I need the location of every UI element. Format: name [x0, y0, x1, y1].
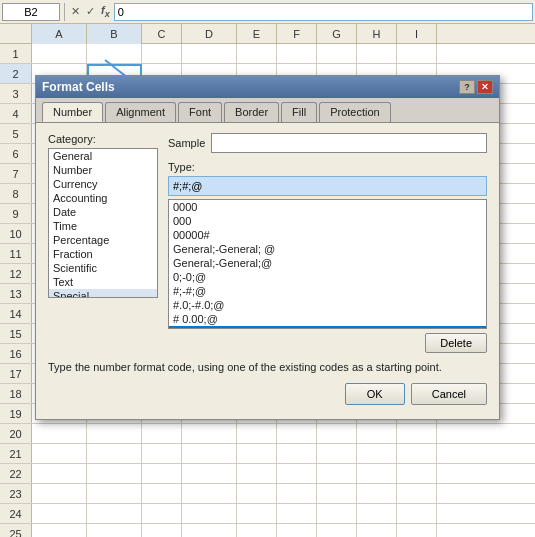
type-item[interactable]: General;-General;@	[169, 256, 486, 270]
cell-b1[interactable]	[87, 44, 142, 63]
row-num-3: 3	[0, 84, 32, 103]
col-header-f[interactable]: F	[277, 24, 317, 44]
row-num-6: 6	[0, 144, 32, 163]
type-label: Type:	[168, 161, 487, 173]
col-header-a[interactable]: A	[32, 24, 87, 44]
row-num-8: 8	[0, 184, 32, 203]
ok-button[interactable]: OK	[345, 383, 405, 405]
type-item[interactable]: # 0.00;@	[169, 312, 486, 326]
row-num-19: 19	[0, 404, 32, 423]
formula-input[interactable]	[114, 3, 533, 21]
formula-divider	[64, 3, 65, 21]
cancel-icon[interactable]: ✕	[69, 5, 82, 18]
dialog-title-buttons: ? ✕	[459, 80, 493, 94]
tab-protection[interactable]: Protection	[319, 102, 391, 122]
formula-bar: ✕ ✓ fx	[0, 0, 535, 24]
delete-button[interactable]: Delete	[425, 333, 487, 353]
confirm-icon[interactable]: ✓	[84, 5, 97, 18]
cat-item-time[interactable]: Time	[49, 219, 157, 233]
close-button[interactable]: ✕	[477, 80, 493, 94]
row-num-16: 16	[0, 344, 32, 363]
dialog-content: Category: General Number Currency Accoun…	[36, 123, 499, 419]
table-row: 20	[0, 424, 535, 444]
type-item[interactable]: 0000	[169, 200, 486, 214]
col-header-b[interactable]: B	[87, 24, 142, 44]
formula-icons: ✕ ✓ fx	[69, 4, 112, 19]
type-item[interactable]: 0;-0;@	[169, 270, 486, 284]
cat-item-fraction[interactable]: Fraction	[49, 247, 157, 261]
row-num-23: 23	[0, 484, 32, 503]
table-row: 23	[0, 484, 535, 504]
cat-item-special[interactable]: Special	[49, 289, 157, 298]
cell-d1[interactable]	[182, 44, 237, 63]
type-list[interactable]: 0000 000 00000# General;-General; @ Gene…	[168, 199, 487, 329]
row-num-18: 18	[0, 384, 32, 403]
cat-item-date[interactable]: Date	[49, 205, 157, 219]
type-input[interactable]	[168, 176, 487, 196]
dialog-title: Format Cells	[42, 80, 115, 94]
cell-e1[interactable]	[237, 44, 277, 63]
table-row: 21	[0, 444, 535, 464]
tab-fill[interactable]: Fill	[281, 102, 317, 122]
row-num-24: 24	[0, 504, 32, 523]
cell-i1[interactable]	[397, 44, 437, 63]
cat-item-accounting[interactable]: Accounting	[49, 191, 157, 205]
col-headers: A B C D E F G H I	[0, 24, 535, 44]
row-num-15: 15	[0, 324, 32, 343]
type-item[interactable]: 00000#	[169, 228, 486, 242]
col-header-h[interactable]: H	[357, 24, 397, 44]
cell-c1[interactable]	[142, 44, 182, 63]
col-header-d[interactable]: D	[182, 24, 237, 44]
col-header-e[interactable]: E	[237, 24, 277, 44]
cat-item-currency[interactable]: Currency	[49, 177, 157, 191]
row-num-22: 22	[0, 464, 32, 483]
row-num-10: 10	[0, 224, 32, 243]
format-cells-dialog: Format Cells ? ✕ Number Alignment Font B…	[35, 75, 500, 420]
row-num-14: 14	[0, 304, 32, 323]
row-col-corner	[0, 24, 32, 43]
help-button[interactable]: ?	[459, 80, 475, 94]
row-num-11: 11	[0, 244, 32, 263]
tab-alignment[interactable]: Alignment	[105, 102, 176, 122]
category-label: Category:	[48, 133, 158, 145]
sample-box	[211, 133, 487, 153]
row-num-20: 20	[0, 424, 32, 443]
dialog-footer: OK Cancel	[48, 383, 487, 409]
cat-item-number[interactable]: Number	[49, 163, 157, 177]
fx-icon[interactable]: fx	[99, 4, 112, 19]
cell-f1[interactable]	[277, 44, 317, 63]
spreadsheet: ✕ ✓ fx A B C D E F G H I 1	[0, 0, 535, 537]
cell-ref-box[interactable]	[2, 3, 60, 21]
cell-g1[interactable]	[317, 44, 357, 63]
delete-row: Delete	[168, 333, 487, 353]
cell-a1[interactable]	[32, 44, 87, 63]
col-header-c[interactable]: C	[142, 24, 182, 44]
row-num-21: 21	[0, 444, 32, 463]
tab-number[interactable]: Number	[42, 102, 103, 122]
cat-item-scientific[interactable]: Scientific	[49, 261, 157, 275]
row-num-25: 25	[0, 524, 32, 537]
row-num-1: 1	[0, 44, 32, 63]
col-header-g[interactable]: G	[317, 24, 357, 44]
main-panel: Sample Type: 0000 000 00000# General;-Ge…	[168, 133, 487, 353]
dialog-body: Category: General Number Currency Accoun…	[48, 133, 487, 353]
row-num-12: 12	[0, 264, 32, 283]
cat-item-text[interactable]: Text	[49, 275, 157, 289]
tab-font[interactable]: Font	[178, 102, 222, 122]
type-item[interactable]: General;-General; @	[169, 242, 486, 256]
sample-label: Sample	[168, 137, 205, 149]
type-item-selected[interactable]: General;-General; "-"	[169, 326, 486, 329]
cancel-button[interactable]: Cancel	[411, 383, 487, 405]
col-header-i[interactable]: I	[397, 24, 437, 44]
dialog-tabs: Number Alignment Font Border Fill Protec…	[36, 98, 499, 123]
cat-item-general[interactable]: General	[49, 149, 157, 163]
row-num-2: 2	[0, 64, 32, 83]
type-item[interactable]: 000	[169, 214, 486, 228]
cat-item-percentage[interactable]: Percentage	[49, 233, 157, 247]
type-item[interactable]: #.0;-#.0;@	[169, 298, 486, 312]
category-list[interactable]: General Number Currency Accounting Date …	[48, 148, 158, 298]
row-num-4: 4	[0, 104, 32, 123]
cell-h1[interactable]	[357, 44, 397, 63]
type-item[interactable]: #;-#;@	[169, 284, 486, 298]
tab-border[interactable]: Border	[224, 102, 279, 122]
